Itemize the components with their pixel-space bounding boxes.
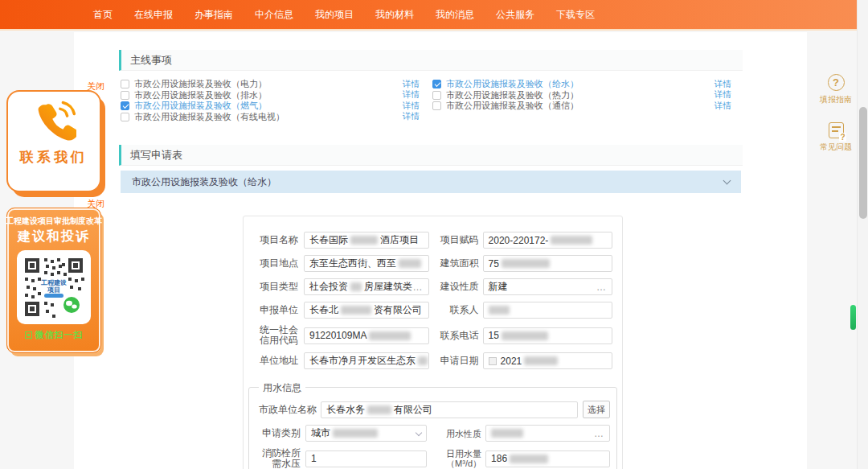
close-complaint-widget-link[interactable]: 关闭 (87, 198, 104, 210)
redacted-text (510, 455, 548, 463)
nav-item-agency-info[interactable]: 中介信息 (255, 8, 293, 22)
detail-link-heating[interactable]: 详情 (714, 89, 731, 101)
checkbox-drainage[interactable] (121, 91, 129, 100)
apply-type-label: 申请类别 (256, 428, 301, 438)
water-unit-name-field[interactable]: 长春水务 有限公司 (321, 401, 578, 418)
select-unit-button[interactable]: 选择 (583, 401, 610, 418)
mainline-item-drainage[interactable]: 市政公用设施报装及验收（排水） 详情 (121, 90, 423, 101)
field-text: 长春水务 (326, 403, 365, 417)
detail-link-gas[interactable]: 详情 (403, 101, 420, 112)
build-nature-label: 建设性质 (429, 282, 479, 292)
contact-phone-label: 联系电话 (429, 331, 479, 341)
mainline-left-column: 市政公用设施报装及验收（电力） 详情 市政公用设施报装及验收（排水） 详情 市政… (121, 79, 423, 122)
faq-document-icon: ? (829, 122, 844, 138)
apply-date-label: 申请日期 (429, 356, 479, 366)
redacted-text (399, 259, 421, 268)
daily-water-field[interactable]: 186 (485, 450, 610, 467)
project-name-label: 项目名称 (256, 235, 298, 245)
nav-item-download-zone[interactable]: 下载专区 (556, 8, 595, 22)
scrollbar-thumb[interactable] (859, 107, 867, 219)
field-text: 城市 (311, 426, 330, 440)
hydrant-pressure-field[interactable]: 1 (305, 450, 427, 467)
field-text: 186 (491, 453, 507, 464)
field-text: 91220109MA (309, 330, 366, 341)
doc-question-glyph: ? (839, 133, 845, 142)
qr-pattern-icon: 工程建设 项目 (22, 255, 86, 319)
scrollbar[interactable] (857, 0, 868, 469)
detail-link-telecom[interactable]: 详情 (714, 101, 731, 112)
nav-item-my-messages[interactable]: 我的消息 (436, 8, 474, 22)
credit-code-field[interactable]: 91220109MA (304, 327, 429, 344)
field-text: 2020-220172- (489, 235, 549, 246)
filling-guide-label: 填报指南 (820, 94, 852, 105)
phone-icon (31, 100, 76, 145)
mainline-item-electric[interactable]: 市政公用设施报装及验收（电力） 详情 (121, 79, 423, 90)
nav-item-home[interactable]: 首页 (93, 8, 113, 22)
contact-phone-field[interactable]: 15 (483, 327, 612, 344)
field-text: 1 (311, 453, 317, 464)
apply-type-select[interactable]: 城市 (305, 425, 427, 442)
wechat-scan-row: 微信扫一扫 (25, 329, 84, 341)
filling-guide-widget[interactable]: ? 填报指南 (815, 74, 857, 105)
mainline-item-cable-tv[interactable]: 市政公用设施报装及验收（有线电视） 详情 (121, 112, 423, 123)
checkbox-electric[interactable] (121, 80, 129, 88)
declare-unit-field[interactable]: 长春北 资有限公司 (304, 302, 429, 319)
wechat-icon (63, 297, 80, 313)
nav-item-my-projects[interactable]: 我的项目 (315, 8, 354, 22)
checkbox-heating[interactable] (432, 91, 441, 100)
build-nature-field[interactable]: 新建 … (483, 278, 612, 295)
qr-center-text-line2: 项目 (47, 286, 60, 294)
contact-person-field[interactable] (483, 302, 612, 319)
water-nature-field[interactable]: … (485, 425, 610, 442)
detail-link-electric[interactable]: 详情 (403, 79, 420, 90)
contact-us-widget[interactable]: 联系我们 (6, 90, 101, 192)
faq-widget[interactable]: ? 常见问题 (815, 122, 857, 153)
project-type-field[interactable]: 社会投资 房屋建筑类 … (304, 278, 429, 295)
complaint-qr-widget[interactable]: 工程建设项目审批制度改革 建议和投诉 (6, 208, 101, 353)
redacted-text (350, 236, 378, 245)
redacted-text (350, 282, 362, 291)
nav-item-guide[interactable]: 办事指南 (194, 8, 233, 22)
accordion-title: 市政公用设施报装及验收（给水） (132, 175, 276, 189)
checkbox-gas[interactable] (121, 101, 129, 110)
qr-code: 工程建设 项目 (17, 250, 91, 324)
close-contact-widget-link[interactable]: 关闭 (87, 80, 104, 93)
ellipsis-picker-icon[interactable]: … (594, 428, 604, 439)
mainline-item-water-supply[interactable]: 市政公用设施报装及验收（给水） 详情 (432, 79, 735, 90)
accordion-water-supply[interactable]: 市政公用设施报装及验收（给水） (121, 171, 741, 193)
mainline-item-heating[interactable]: 市政公用设施报装及验收（热力） 详情 (432, 90, 735, 101)
ellipsis-picker-icon[interactable]: … (413, 282, 424, 293)
nav-item-online-apply[interactable]: 在线申报 (134, 8, 173, 22)
unit-address-field[interactable]: 长春市净月开发区生态东 (304, 352, 429, 369)
ellipsis-picker-icon[interactable]: … (596, 282, 607, 293)
build-area-label: 建筑面积 (429, 258, 479, 269)
checkbox-cable-tv[interactable] (121, 113, 129, 121)
redacted-text (489, 306, 510, 315)
doc-line (832, 130, 838, 132)
project-code-field[interactable]: 2020-220172- (483, 232, 612, 249)
checkbox-telecom[interactable] (432, 101, 441, 110)
checkbox-water-supply[interactable] (432, 80, 441, 88)
complaint-line1: 工程建设项目审批制度改革 (6, 216, 102, 227)
field-text: 长春北 (309, 303, 338, 317)
field-text: 2021 (501, 356, 522, 367)
field-text: 酒店项目 (380, 233, 419, 247)
nav-item-public-service[interactable]: 公共服务 (496, 8, 534, 22)
field-text: 15 (489, 330, 499, 341)
redacted-text (341, 306, 371, 315)
detail-link-drainage[interactable]: 详情 (403, 89, 420, 101)
detail-link-water-supply[interactable]: 详情 (714, 79, 731, 90)
project-site-field[interactable]: 东至生态西街、西至 (304, 255, 429, 272)
hydrant-pressure-label: 消防栓所需水压 (256, 448, 301, 469)
mainline-item-telecom[interactable]: 市政公用设施报装及验收（通信） 详情 (432, 101, 735, 112)
contact-person-label: 联系人 (429, 305, 479, 315)
mainline-item-gas[interactable]: 市政公用设施报装及验收（燃气） 详情 (121, 101, 423, 112)
project-name-field[interactable]: 长春国际 酒店项目 (304, 232, 429, 249)
qr-center-text-line1: 工程建设 (40, 279, 67, 286)
nav-item-my-materials[interactable]: 我的材料 (375, 8, 414, 22)
field-text: 东至生态西街、西至 (309, 257, 396, 270)
detail-link-cable-tv[interactable]: 详情 (403, 111, 420, 122)
faq-label: 常见问题 (820, 142, 852, 153)
build-area-field[interactable]: 75 (483, 255, 612, 272)
apply-date-field[interactable]: 2021 (483, 352, 612, 369)
